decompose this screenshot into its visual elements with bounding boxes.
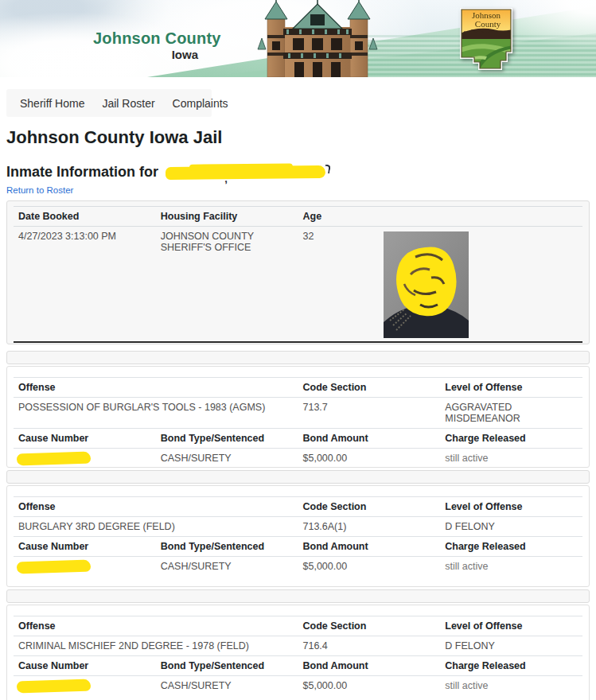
code-section-value: 716.4	[298, 636, 441, 656]
inmate-heading: Inmate Information for ,	[6, 164, 325, 181]
code-section-value: 713.6A(1)	[298, 517, 441, 537]
code-section-value: 713.7	[298, 398, 441, 429]
charge-released-value: still active	[440, 676, 582, 699]
redacted-cause-number-highlight	[17, 679, 91, 694]
col-header-cause-number: Cause Number	[14, 656, 156, 676]
bond-type-value: CASH/SURETY	[156, 557, 298, 580]
logo-text-line2: County	[475, 19, 501, 29]
charge-card: Offense Code Section Level of Offense PO…	[6, 366, 590, 468]
charge-released-value: still active	[440, 449, 582, 472]
age-value: 32	[298, 227, 384, 343]
booking-info-card: Date Booked Housing Facility Age 4/27/20…	[6, 200, 590, 344]
cause-number-value	[14, 449, 156, 472]
section-divider-bar	[6, 470, 590, 484]
col-header-bond-amount: Bond Amount	[298, 656, 441, 676]
booking-table: Date Booked Housing Facility Age 4/27/20…	[14, 206, 582, 343]
col-header-date-booked: Date Booked	[14, 207, 156, 227]
inmate-heading-label: Inmate Information for	[6, 164, 158, 181]
name-trailing-letter-stub	[324, 164, 330, 173]
bond-type-value: CASH/SURETY	[156, 449, 298, 472]
redacted-cause-number-highlight	[17, 560, 91, 574]
nav-complaints[interactable]: Complaints	[164, 97, 237, 110]
redacted-cause-number-highlight	[17, 452, 91, 466]
col-header-bond-type: Bond Type/Sentenced	[156, 537, 298, 557]
col-header-offense: Offense	[14, 616, 298, 636]
col-header-charge-released: Charge Released	[440, 537, 582, 557]
level-value: D FELONY	[440, 636, 582, 656]
charge-table-2: Offense Code Section Level of Offense BU…	[14, 496, 582, 579]
cause-number-value	[14, 676, 156, 699]
col-header-offense: Offense	[14, 497, 298, 517]
photo-cell	[384, 227, 582, 343]
col-header-offense: Offense	[14, 378, 298, 398]
main-nav: Sheriff Home Jail Roster Complaints	[6, 89, 212, 117]
nav-jail-roster[interactable]: Jail Roster	[93, 97, 163, 110]
level-value: D FELONY	[440, 517, 582, 537]
section-divider-bar	[6, 351, 590, 364]
col-header-age: Age	[298, 207, 384, 227]
bond-amount-value: $5,000.00	[298, 557, 441, 580]
charge-released-value: still active	[440, 557, 582, 580]
page-title: Johnson County Iowa Jail	[6, 127, 222, 148]
section-divider-bar	[6, 589, 590, 603]
county-logo-image: Johnson County	[458, 7, 513, 71]
charge-table-3: Offense Code Section Level of Offense CR…	[14, 616, 582, 698]
name-separator-comma: ,	[224, 173, 228, 185]
col-header-cause-number: Cause Number	[14, 429, 156, 449]
col-header-photo-spacer	[384, 207, 582, 227]
offense-value: BURGLARY 3RD DEGREE (FELD)	[14, 517, 298, 537]
charge-table-1: Offense Code Section Level of Offense PO…	[14, 377, 582, 471]
col-header-level: Level of Offense	[440, 616, 582, 636]
redacted-inmate-name-highlight: ,	[166, 165, 325, 179]
col-header-level: Level of Offense	[440, 497, 582, 517]
courthouse-image	[255, 0, 380, 77]
housing-facility-value: JOHNSON COUNTY SHERIFF'S OFFICE	[156, 227, 298, 343]
col-header-code-section: Code Section	[298, 378, 441, 398]
banner-county-name: Johnson County	[93, 29, 201, 48]
charge-card: Offense Code Section Level of Offense BU…	[6, 485, 590, 587]
col-header-charge-released: Charge Released	[440, 429, 582, 449]
booking-row: 4/27/2023 3:13:00 PM JOHNSON COUNTY SHER…	[14, 227, 582, 343]
mugshot-image	[384, 231, 469, 338]
level-value: AGGRAVATED MISDEMEANOR	[440, 398, 582, 429]
col-header-code-section: Code Section	[298, 497, 441, 517]
date-booked-value: 4/27/2023 3:13:00 PM	[14, 227, 156, 343]
col-header-bond-amount: Bond Amount	[298, 429, 441, 449]
col-header-level: Level of Offense	[440, 378, 582, 398]
col-header-bond-type: Bond Type/Sentenced	[156, 429, 298, 449]
header-banner: Johnson County Iowa	[0, 0, 596, 77]
bond-amount-value: $5,000.00	[298, 449, 441, 472]
offense-value: POSSESSION OF BURGLAR'S TOOLS - 1983 (AG…	[14, 398, 298, 429]
bond-type-value: CASH/SURETY	[156, 676, 298, 699]
col-header-housing-facility: Housing Facility	[156, 207, 298, 227]
offense-value: CRIMINAL MISCHIEF 2ND DEGREE - 1978 (FEL…	[14, 636, 298, 656]
banner-state-name: Iowa	[93, 48, 201, 61]
charge-card: Offense Code Section Level of Offense CR…	[6, 605, 590, 700]
col-header-bond-amount: Bond Amount	[298, 537, 441, 557]
col-header-bond-type: Bond Type/Sentenced	[156, 656, 298, 676]
banner-text-block: Johnson County Iowa	[93, 29, 201, 61]
bond-amount-value: $5,000.00	[298, 676, 441, 699]
nav-sheriff-home[interactable]: Sheriff Home	[11, 97, 93, 110]
col-header-cause-number: Cause Number	[14, 537, 156, 557]
cause-number-value	[14, 557, 156, 580]
col-header-charge-released: Charge Released	[440, 656, 582, 676]
col-header-code-section: Code Section	[298, 616, 441, 636]
page: { "banner": { "county_name": "Johnson Co…	[0, 0, 596, 700]
return-to-roster-link[interactable]: Return to Roster	[6, 185, 73, 195]
